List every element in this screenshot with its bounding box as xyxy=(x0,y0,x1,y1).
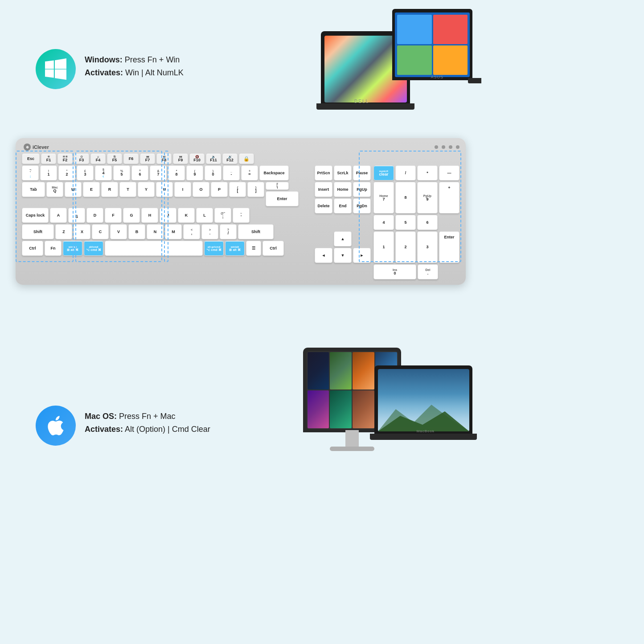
key-np9[interactable]: PgUp9 xyxy=(417,182,438,213)
key-insert[interactable]: Insert xyxy=(315,182,332,197)
key-right[interactable]: ► xyxy=(353,248,371,263)
key-0[interactable]: )0 xyxy=(205,165,222,180)
key-prtscn[interactable]: PrtScn xyxy=(315,165,332,180)
key-f7[interactable]: ⏮F7 xyxy=(140,153,155,164)
key-8[interactable]: *8 xyxy=(168,165,185,180)
key-equals[interactable]: += xyxy=(241,165,258,180)
key-comma[interactable]: <, xyxy=(183,224,200,239)
key-rbracket[interactable]: }] xyxy=(247,182,264,197)
key-numlock[interactable]: numLKclear xyxy=(373,165,394,180)
key-period[interactable]: >. xyxy=(201,224,218,239)
key-f8[interactable]: ⏯F8 xyxy=(156,153,172,164)
key-1[interactable]: !1 xyxy=(40,165,57,180)
key-f6[interactable]: F6 xyxy=(123,153,139,164)
key-np4[interactable]: 4 xyxy=(373,215,394,230)
key-g[interactable]: G xyxy=(123,208,140,223)
key-z[interactable]: Z xyxy=(55,224,72,239)
key-tab[interactable]: Tab xyxy=(22,182,45,197)
key-semicolon[interactable]: @"; xyxy=(214,208,231,223)
key-backspace[interactable]: Backspace xyxy=(259,165,289,180)
key-m[interactable]: M xyxy=(165,224,182,239)
key-slash[interactable]: ?/ xyxy=(220,224,237,239)
key-n[interactable]: N xyxy=(147,224,164,239)
key-l[interactable]: L xyxy=(196,208,213,223)
key-7[interactable]: &7 xyxy=(150,165,167,180)
key-up[interactable]: ▲ xyxy=(334,231,352,246)
key-o[interactable]: O xyxy=(193,182,209,197)
key-lbracket[interactable]: {[ xyxy=(229,182,246,197)
key-v[interactable]: V xyxy=(110,224,127,239)
key-np3[interactable]: 3 xyxy=(417,231,438,263)
key-f3[interactable]: ⊙F3 xyxy=(74,153,89,164)
key-np0[interactable]: Ins0 xyxy=(373,264,416,279)
key-y[interactable]: Y xyxy=(138,182,155,197)
key-t[interactable]: T xyxy=(119,182,136,197)
key-3[interactable]: £3 xyxy=(77,165,94,180)
key-np5[interactable]: 5 xyxy=(395,215,416,230)
key-f2[interactable]: ☀☀F2 xyxy=(57,153,73,164)
key-6[interactable]: ^6 xyxy=(131,165,148,180)
key-np-minus[interactable]: — xyxy=(439,165,459,180)
key-caps-lock[interactable]: Caps lock xyxy=(22,208,49,223)
key-f4[interactable]: ⌕F4 xyxy=(90,153,106,164)
key-9[interactable]: (9 xyxy=(186,165,203,180)
key-down[interactable]: ▼ xyxy=(334,248,352,263)
key-scrlk[interactable]: ScrLk xyxy=(334,165,352,180)
key-pause[interactable]: Pause xyxy=(353,165,371,180)
key-ctrl-right[interactable]: Ctrl xyxy=(263,241,284,256)
key-shift-left[interactable]: Shift xyxy=(22,224,54,239)
key-d[interactable]: D xyxy=(86,208,103,223)
key-np-div[interactable]: / xyxy=(395,165,416,180)
key-left[interactable]: ◄ xyxy=(315,248,332,263)
key-fn[interactable]: Fn xyxy=(45,241,62,256)
key-lock[interactable]: 🔒 xyxy=(239,153,254,164)
key-x[interactable]: X xyxy=(74,224,90,239)
key-end[interactable]: End xyxy=(334,198,352,213)
key-np1[interactable]: 1 xyxy=(373,231,394,263)
key-s[interactable]: _S xyxy=(68,208,85,223)
key-p[interactable]: P xyxy=(211,182,228,197)
key-k[interactable]: K xyxy=(178,208,195,223)
key-np-mul[interactable]: * xyxy=(417,165,438,180)
key-spacebar[interactable] xyxy=(105,241,203,256)
key-alt-gr[interactable]: alt gr/cmd⌥ cmd ⌘ xyxy=(204,241,224,256)
key-j[interactable]: J xyxy=(160,208,176,223)
key-e[interactable]: E xyxy=(83,182,100,197)
key-f9[interactable]: ⏭F9 xyxy=(173,153,188,164)
key-alt-left[interactable]: alt/cmd⌥ cmd ⌘ xyxy=(84,241,103,256)
key-5[interactable]: %5 xyxy=(113,165,130,180)
key-np2[interactable]: 2 xyxy=(395,231,416,263)
key-delete[interactable]: Delete xyxy=(315,198,332,213)
key-f5[interactable]: ⎘F5 xyxy=(107,153,122,164)
key-home[interactable]: Home xyxy=(334,182,352,197)
key-q[interactable]: MacQ xyxy=(46,182,63,197)
key-2[interactable]: "2 xyxy=(58,165,75,180)
key-esc[interactable]: Esc xyxy=(22,153,40,164)
key-win-left[interactable]: win/alt⊞ alt ⌘ xyxy=(63,241,82,256)
key-b[interactable]: B xyxy=(128,224,145,239)
key-4[interactable]: $4€ xyxy=(95,165,112,180)
key-win-right[interactable]: win/alt⊞ alt ⌘ xyxy=(225,241,245,256)
key-np-plus[interactable]: + xyxy=(439,182,459,213)
key-f[interactable]: F xyxy=(105,208,122,223)
key-backtick[interactable]: ¬`¦ xyxy=(22,165,39,180)
key-f1[interactable]: ☀F1 xyxy=(41,153,56,164)
key-pgup[interactable]: PgUp xyxy=(353,182,371,197)
key-w[interactable]: W xyxy=(65,182,82,197)
key-f10[interactable]: 🔇F10 xyxy=(189,153,205,164)
key-minus[interactable]: _- xyxy=(223,165,240,180)
key-np6[interactable]: 6 xyxy=(417,215,438,230)
key-ctrl-left[interactable]: Ctrl xyxy=(22,241,43,256)
key-u[interactable]: U xyxy=(156,182,173,197)
key-shift-right[interactable]: Shift xyxy=(238,224,274,239)
key-menu[interactable]: ☰ xyxy=(246,241,261,256)
key-pgdn[interactable]: PgDn xyxy=(353,198,371,213)
key-enter[interactable]: Enter xyxy=(266,191,299,206)
key-np8[interactable]: 8 xyxy=(395,182,416,213)
key-f11[interactable]: 🔉F11 xyxy=(206,153,221,164)
key-np-enter[interactable]: Enter xyxy=(439,231,459,263)
key-i[interactable]: I xyxy=(174,182,191,197)
key-hash[interactable]: #\ xyxy=(266,182,289,190)
key-quote[interactable]: ~' xyxy=(233,208,250,223)
key-np7[interactable]: Home7 xyxy=(373,182,394,213)
